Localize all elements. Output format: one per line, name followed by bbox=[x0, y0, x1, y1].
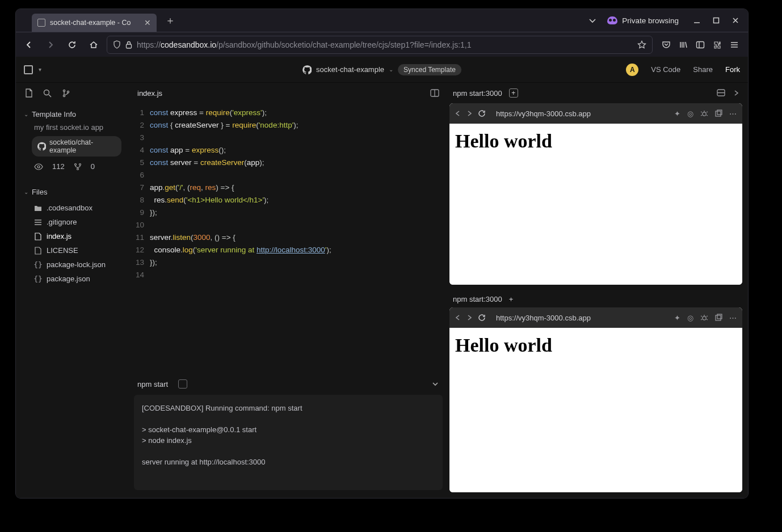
eye-icon bbox=[34, 163, 43, 170]
preview-task-2[interactable]: npm start:3000 bbox=[453, 295, 502, 303]
editor-tab[interactable]: index.js bbox=[137, 89, 162, 98]
file-item-gitignore[interactable]: .gitignore bbox=[24, 215, 121, 229]
folder-icon bbox=[34, 204, 42, 212]
preview-browser-1: https://vy3hqm-3000.csb.app ✦ ◎ ⋯ Hello … bbox=[449, 103, 742, 285]
add-preview-icon[interactable]: + bbox=[509, 295, 514, 303]
bug-icon[interactable] bbox=[700, 109, 708, 118]
file-item-pkg[interactable]: {}package.json bbox=[24, 272, 121, 286]
json-icon: {} bbox=[34, 275, 42, 283]
address-bar[interactable]: https://codesandbox.io/p/sandbox/github/… bbox=[107, 36, 653, 54]
share-button[interactable]: Share bbox=[693, 65, 713, 74]
terminal-tab[interactable]: npm start bbox=[137, 380, 168, 389]
target-icon[interactable]: ◎ bbox=[687, 314, 693, 322]
project-name[interactable]: socket-chat-example bbox=[316, 65, 384, 74]
search-icon[interactable] bbox=[43, 89, 52, 98]
target-icon[interactable]: ◎ bbox=[687, 109, 693, 118]
library-icon[interactable] bbox=[679, 40, 688, 49]
new-tab-button[interactable]: ＋ bbox=[162, 12, 178, 28]
svg-point-3 bbox=[44, 90, 49, 95]
preview-url-2[interactable]: https://vy3hqm-3000.csb.app bbox=[496, 314, 667, 322]
terminal-action-icon[interactable] bbox=[178, 379, 187, 389]
lines-icon bbox=[34, 218, 42, 226]
avatar[interactable]: A bbox=[626, 64, 638, 76]
reload-button[interactable] bbox=[64, 36, 81, 53]
menu-square-icon[interactable] bbox=[24, 65, 33, 74]
more-icon[interactable]: ⋯ bbox=[729, 314, 737, 322]
chevron-right-icon[interactable] bbox=[733, 89, 739, 97]
preview-page-1[interactable]: Hello world bbox=[449, 124, 742, 285]
preview-reload-icon[interactable] bbox=[478, 314, 486, 322]
split-editor-icon[interactable] bbox=[430, 89, 439, 97]
svg-point-5 bbox=[63, 95, 65, 96]
file-icon[interactable] bbox=[25, 88, 33, 98]
svg-point-13 bbox=[703, 112, 706, 115]
bookmark-icon[interactable] bbox=[637, 40, 646, 49]
more-icon[interactable]: ⋯ bbox=[729, 109, 737, 118]
browser-window: socket-chat-example - Co ✕ ＋ Private bro… bbox=[16, 9, 748, 498]
fork-button[interactable]: Fork bbox=[725, 65, 740, 74]
lock-icon[interactable] bbox=[125, 41, 132, 49]
menu-icon[interactable] bbox=[730, 40, 739, 49]
preview-reload-icon[interactable] bbox=[478, 109, 486, 117]
back-button[interactable] bbox=[20, 36, 37, 53]
terminal-output[interactable]: [CODESANDBOX] Running command: npm start… bbox=[134, 395, 443, 490]
file-item-license[interactable]: LICENSE bbox=[24, 243, 121, 257]
preview-url-1[interactable]: https://vy3hqm-3000.csb.app bbox=[496, 109, 667, 118]
github-icon bbox=[37, 142, 46, 151]
preview-forward-icon[interactable] bbox=[466, 109, 472, 117]
preview-task-1[interactable]: npm start:3000 bbox=[453, 89, 502, 98]
template-info-section[interactable]: ⌄Template Info bbox=[24, 110, 121, 119]
file-icon bbox=[34, 247, 42, 255]
browser-tabbar: socket-chat-example - Co ✕ ＋ Private bro… bbox=[16, 9, 748, 32]
synced-badge: Synced Template bbox=[398, 64, 461, 75]
bug-icon[interactable] bbox=[700, 314, 708, 322]
vscode-button[interactable]: VS Code bbox=[651, 65, 680, 74]
svg-point-8 bbox=[74, 163, 76, 165]
maximize-icon[interactable] bbox=[712, 16, 721, 25]
minimize-icon[interactable] bbox=[692, 16, 701, 25]
tab-title: socket-chat-example - Co bbox=[50, 19, 131, 27]
layout-icon[interactable] bbox=[717, 89, 725, 97]
svg-rect-0 bbox=[714, 18, 719, 23]
private-label: Private browsing bbox=[622, 16, 679, 25]
pocket-icon[interactable] bbox=[662, 40, 671, 49]
preview-column: npm start:3000 + bbox=[447, 83, 748, 498]
preview-page-2[interactable]: Hello world bbox=[449, 328, 742, 492]
mask-icon bbox=[607, 16, 617, 24]
svg-point-7 bbox=[37, 166, 40, 168]
file-item-index[interactable]: index.js bbox=[24, 229, 121, 243]
url-text: https://codesandbox.io/p/sandbox/github/… bbox=[137, 40, 633, 49]
fork-count: 0 bbox=[91, 162, 95, 171]
sparkle-icon[interactable]: ✦ bbox=[674, 314, 680, 322]
preview-forward-icon[interactable] bbox=[466, 314, 472, 322]
codesandbox-app: ▾ socket-chat-example ⌄ Synced Template … bbox=[16, 57, 748, 498]
popout-icon[interactable] bbox=[715, 314, 722, 322]
home-button[interactable] bbox=[85, 36, 102, 53]
add-preview-icon[interactable]: + bbox=[509, 88, 518, 98]
browser-tab[interactable]: socket-chat-example - Co ✕ bbox=[32, 14, 157, 32]
repo-badge[interactable]: socketio/chat-example bbox=[32, 136, 121, 157]
preview-back-icon[interactable] bbox=[455, 314, 461, 322]
project-chevron-icon[interactable]: ⌄ bbox=[389, 66, 393, 73]
collapse-terminal-icon[interactable] bbox=[431, 380, 439, 388]
close-icon[interactable]: ✕ bbox=[144, 19, 151, 27]
sparkle-icon[interactable]: ✦ bbox=[674, 109, 680, 118]
tabs-dropdown-icon[interactable] bbox=[588, 16, 597, 25]
file-item-folder[interactable]: .codesandbox bbox=[24, 201, 121, 215]
files-section[interactable]: ⌄Files bbox=[24, 188, 121, 196]
code-editor[interactable]: 1const express = require('express'); 2co… bbox=[129, 103, 447, 373]
branch-icon[interactable] bbox=[62, 89, 70, 98]
chevron-down-icon[interactable]: ▾ bbox=[39, 66, 41, 73]
close-window-icon[interactable] bbox=[731, 16, 740, 25]
forward-button[interactable] bbox=[42, 36, 59, 53]
fork-icon bbox=[74, 163, 82, 171]
svg-rect-1 bbox=[127, 44, 132, 48]
browser-urlbar: https://codesandbox.io/p/sandbox/github/… bbox=[16, 32, 748, 57]
popout-icon[interactable] bbox=[715, 109, 722, 118]
extensions-icon[interactable] bbox=[713, 40, 722, 49]
shield-icon[interactable] bbox=[113, 40, 121, 49]
preview-back-icon[interactable] bbox=[455, 109, 461, 117]
svg-rect-15 bbox=[717, 110, 722, 115]
file-item-pkglock[interactable]: {}package-lock.json bbox=[24, 257, 121, 272]
sidebar-icon[interactable] bbox=[696, 40, 705, 49]
